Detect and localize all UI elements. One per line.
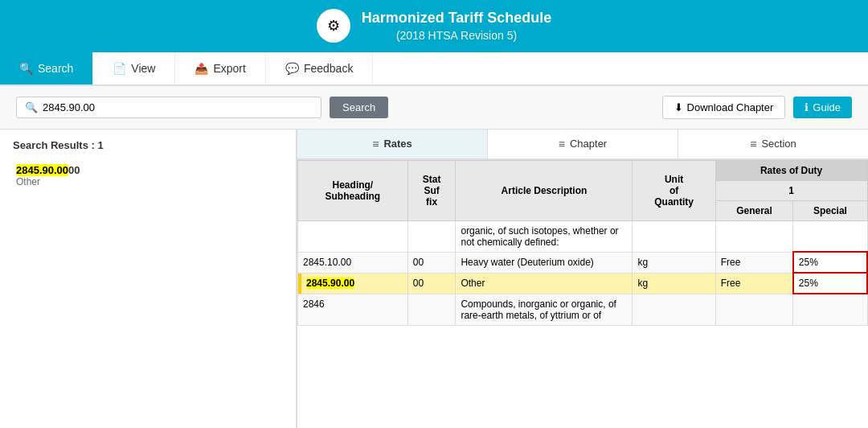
- cell-unit: kg: [633, 273, 715, 294]
- title-main: Harmonized Tariff Schedule: [362, 8, 552, 28]
- search-nav-icon: 🔍: [19, 62, 33, 75]
- view-nav-icon: 📄: [113, 62, 126, 75]
- col-stat-suffix: StatSuffix: [407, 160, 456, 220]
- result-description: Other: [16, 176, 280, 187]
- cell-heading: 2845.90.00: [298, 273, 408, 294]
- col-heading-subheading: Heading/Subheading: [298, 160, 408, 220]
- navbar: 🔍 Search 📄 View 📤 Export 💬 Feedback: [0, 52, 868, 86]
- tab-rates[interactable]: ≡ Rates: [297, 130, 488, 158]
- guide-button[interactable]: ℹ Guide: [793, 97, 852, 118]
- table-row: 2845.10.00 00 Heavy water (Deuterium oxi…: [298, 252, 868, 273]
- title-sub: (2018 HTSA Revision 5): [362, 28, 552, 44]
- cell-unit: [633, 294, 715, 325]
- search-button[interactable]: Search: [330, 97, 388, 118]
- table-row: organic, of such isotopes, whether or no…: [298, 220, 868, 252]
- tab-chapter[interactable]: ≡ Chapter: [488, 130, 678, 158]
- feedback-nav-icon: 💬: [285, 62, 299, 75]
- tab-section[interactable]: ≡ Section: [678, 130, 868, 158]
- col-rates-1: 1: [715, 180, 867, 200]
- list-item[interactable]: 2845.90.0000 Other: [13, 159, 283, 192]
- rates-tab-icon: ≡: [372, 138, 379, 150]
- table-row: 2846 Compounds, inorganic or organic, of…: [298, 294, 868, 325]
- cell-unit: kg: [633, 252, 715, 273]
- cell-description: Compounds, inorganic or organic, of rare…: [456, 294, 633, 325]
- cell-general: [715, 294, 793, 325]
- tabs-row: ≡ Rates ≡ Chapter ≡ Section: [297, 130, 868, 160]
- cell-general: [715, 220, 793, 252]
- col-article-description: Article Description: [456, 160, 633, 220]
- cell-suffix: 00: [407, 252, 456, 273]
- cell-general: Free: [715, 252, 793, 273]
- cell-description: Other: [456, 273, 633, 294]
- app-logo: ⚙: [317, 9, 350, 43]
- nav-view[interactable]: 📄 View: [93, 52, 175, 84]
- nav-search[interactable]: 🔍 Search: [0, 52, 93, 84]
- main-content: Search Results : 1 2845.90.0000 Other ≡ …: [0, 130, 868, 428]
- table-row: 2845.90.00 00 Other kg Free 25%: [298, 273, 868, 294]
- col-special: Special: [793, 200, 867, 220]
- logo-symbol: ⚙: [327, 17, 340, 35]
- cell-suffix: [407, 220, 456, 252]
- chapter-tab-icon: ≡: [559, 138, 565, 150]
- table-wrap: Heading/Subheading StatSuffix Article De…: [297, 160, 868, 428]
- cell-special: 25%: [793, 273, 867, 294]
- cell-general: Free: [715, 273, 793, 294]
- cell-unit: [633, 220, 715, 252]
- rates-table: Heading/Subheading StatSuffix Article De…: [297, 160, 868, 326]
- app-header: ⚙ Harmonized Tariff Schedule (2018 HTSA …: [0, 0, 868, 52]
- result-code: 2845.90.0000: [16, 164, 280, 176]
- cell-heading: [298, 220, 408, 252]
- cell-special: [793, 220, 867, 252]
- left-panel: Search Results : 1 2845.90.0000 Other: [0, 130, 297, 428]
- nav-export[interactable]: 📤 Export: [175, 52, 265, 84]
- search-icon: 🔍: [25, 101, 38, 113]
- cell-suffix: [407, 294, 456, 325]
- cell-heading: 2845.10.00: [298, 252, 408, 273]
- col-general: General: [715, 200, 793, 220]
- cell-description: Heavy water (Deuterium oxide): [456, 252, 633, 273]
- section-tab-icon: ≡: [750, 138, 756, 150]
- export-nav-icon: 📤: [194, 62, 208, 75]
- search-input-wrap: 🔍: [16, 97, 321, 118]
- right-panel: ≡ Rates ≡ Chapter ≡ Section Heading/Subh…: [297, 130, 868, 428]
- search-bar: 🔍 Search ⬇ Download Chapter ℹ Guide: [0, 86, 868, 130]
- cell-special: 25%: [793, 252, 867, 273]
- search-input[interactable]: [43, 101, 313, 113]
- cell-special: [793, 294, 867, 325]
- nav-feedback[interactable]: 💬 Feedback: [266, 52, 373, 84]
- cell-heading: 2846: [298, 294, 408, 325]
- app-title: Harmonized Tariff Schedule (2018 HTSA Re…: [362, 8, 552, 44]
- download-icon: ⬇: [674, 101, 683, 113]
- download-chapter-button[interactable]: ⬇ Download Chapter: [662, 96, 786, 119]
- guide-icon: ℹ: [805, 101, 809, 113]
- col-unit-quantity: UnitofQuantity: [633, 160, 715, 220]
- col-rates-of-duty: Rates of Duty: [715, 160, 867, 180]
- cell-suffix: 00: [407, 273, 456, 294]
- cell-description: organic, of such isotopes, whether or no…: [456, 220, 633, 252]
- search-results-label: Search Results : 1: [13, 139, 283, 151]
